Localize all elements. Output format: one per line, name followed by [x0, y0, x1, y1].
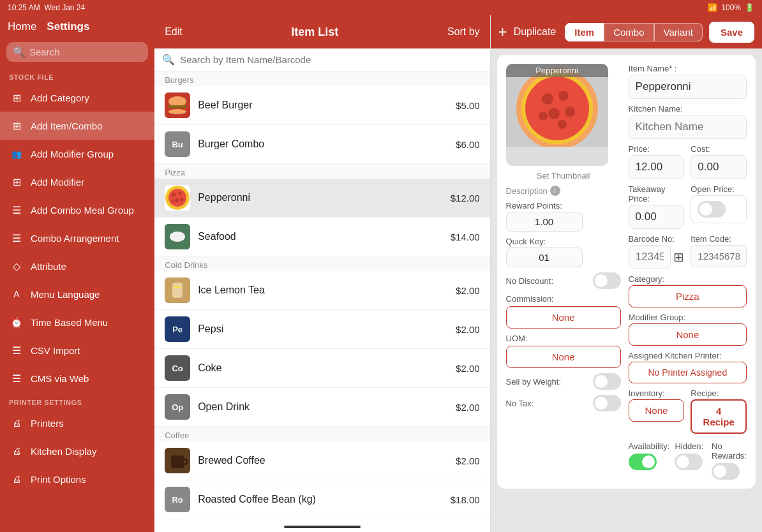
item-thumbnail: Pe	[165, 316, 190, 342]
inventory-button[interactable]: None	[629, 399, 685, 422]
item-list-panel: Edit Item List Sort by 🔍 Burgers	[154, 15, 490, 532]
inventory-group: Inventory: None	[629, 388, 685, 434]
bottom-toggles: Availability: Hidden: No Rewards:	[629, 441, 747, 480]
sidebar-item-label: Menu Language	[31, 289, 100, 300]
uom-button[interactable]: None	[506, 346, 621, 368]
reward-points-group: Reward Points:	[506, 201, 621, 232]
quick-key-input[interactable]	[506, 248, 583, 267]
list-item[interactable]: Seafood $14.00	[154, 218, 489, 256]
svg-point-24	[548, 108, 560, 119]
sidebar-item-attribute[interactable]: ◇ Attribute	[0, 252, 154, 280]
tab-item[interactable]: Item	[565, 23, 604, 41]
sidebar-item-label: Attribute	[31, 261, 66, 272]
save-button[interactable]: Save	[709, 22, 754, 43]
list-item[interactable]: Beef Burger $5.00	[154, 86, 489, 125]
reward-points-input[interactable]	[506, 212, 583, 232]
item-name: Burger Combo	[198, 138, 448, 150]
add-modifier-icon: ⊞	[9, 174, 24, 189]
sidebar-item-csv-import[interactable]: ☰ CSV Import	[0, 336, 154, 364]
item-name-input[interactable]	[629, 75, 747, 99]
cost-label: Cost:	[691, 144, 747, 154]
category-group: Category: Pizza	[629, 274, 747, 307]
item-code-input[interactable]	[691, 245, 747, 267]
duplicate-button[interactable]: Duplicate	[514, 26, 557, 38]
commission-button[interactable]: None	[506, 306, 621, 329]
sidebar-item-printers[interactable]: 🖨 Printers	[0, 409, 154, 437]
no-discount-toggle[interactable]	[593, 272, 621, 289]
sidebar-item-menu-language[interactable]: A Menu Language	[0, 280, 154, 308]
sidebar-search-input[interactable]	[29, 47, 142, 57]
list-item[interactable]: Ice Lemon Tea $2.00	[154, 271, 489, 310]
list-item[interactable]: Pe Pepsi $2.00	[154, 310, 489, 349]
item-search-input[interactable]	[180, 54, 482, 65]
sidebar-item-add-category[interactable]: ⊞ Add Category	[0, 84, 154, 112]
barcode-scan-icon[interactable]: ⊞	[673, 249, 684, 265]
item-thumbnail-wrapper[interactable]: Pepperonni	[506, 64, 608, 166]
price-cost-row: Price: Cost:	[629, 144, 747, 179]
sidebar-search-container[interactable]: 🔍	[6, 42, 148, 62]
sidebar-item-add-modifier-group[interactable]: 👥 Add Modifier Group	[0, 140, 154, 168]
settings-link[interactable]: Settings	[47, 20, 89, 33]
sidebar-item-kitchen-display[interactable]: 🖨 Kitchen Display	[0, 437, 154, 465]
item-thumbnail	[165, 277, 190, 303]
svg-point-4	[168, 109, 186, 114]
cost-input[interactable]	[691, 155, 747, 179]
sidebar-item-label: Print Options	[31, 474, 86, 485]
barcode-input[interactable]	[629, 245, 671, 269]
no-rewards-toggle[interactable]	[712, 463, 740, 480]
edit-button[interactable]: Edit	[165, 26, 183, 38]
item-price: $14.00	[451, 232, 480, 242]
list-item[interactable]: La Latte $5.00	[154, 519, 489, 522]
list-item[interactable]: Pepperonni $12.00	[154, 179, 489, 218]
category-button[interactable]: Pizza	[629, 285, 747, 307]
ice-lemon-tea-icon	[165, 277, 190, 303]
list-item[interactable]: Bu Burger Combo $6.00	[154, 125, 489, 164]
commission-label: Commission:	[506, 294, 621, 304]
sidebar-item-label: Kitchen Display	[31, 446, 96, 457]
item-thumbnail	[165, 185, 190, 211]
item-name: Roasted Coffee Bean (kg)	[198, 494, 443, 505]
availability-toggle[interactable]	[629, 454, 657, 470]
no-tax-toggle[interactable]	[593, 395, 621, 411]
item-price: $12.00	[451, 193, 480, 203]
sidebar-item-add-item-combo[interactable]: ⊞ Add Item/Combo	[0, 112, 154, 140]
no-tax-label: No Tax:	[506, 399, 534, 408]
tab-combo[interactable]: Combo	[604, 23, 654, 41]
sidebar-item-combo-arrangement[interactable]: ☰ Combo Arrangement	[0, 224, 154, 252]
sidebar-item-add-modifier[interactable]: ⊞ Add Modifier	[0, 168, 154, 196]
sidebar-item-print-options[interactable]: 🖨 Print Options	[0, 465, 154, 493]
sidebar-item-label: Add Modifier	[31, 177, 84, 188]
recipe-button[interactable]: 4 Recipe	[691, 399, 747, 434]
list-item[interactable]: Brewed Coffee $2.00	[154, 441, 489, 480]
tab-variant[interactable]: Variant	[654, 23, 703, 41]
hidden-toggle[interactable]	[675, 454, 703, 470]
description-label: Description	[506, 186, 548, 196]
item-name: Pepsi	[198, 323, 448, 335]
open-price-toggle[interactable]	[698, 201, 726, 218]
list-item[interactable]: Op Open Drink $2.00	[154, 388, 489, 427]
list-item[interactable]: Co Coke $2.00	[154, 349, 489, 388]
home-link[interactable]: Home	[8, 20, 36, 33]
sidebar-nav: STOCK FILE ⊞ Add Category ⊞ Add Item/Com…	[0, 67, 154, 532]
svg-point-27	[558, 120, 567, 129]
takeaway-price-input[interactable]	[629, 205, 685, 229]
add-combo-meal-group-icon: ☰	[9, 202, 24, 218]
sidebar-item-time-based-menu[interactable]: ⏰ Time Based Menu	[0, 308, 154, 336]
set-thumbnail-button[interactable]: Set Thumbnail	[506, 171, 621, 181]
sidebar-item-add-combo-meal-group[interactable]: ☰ Add Combo Meal Group	[0, 196, 154, 224]
add-button[interactable]: +	[498, 23, 507, 41]
list-item[interactable]: Ro Roasted Coffee Bean (kg) $18.00	[154, 480, 489, 519]
search-icon: 🔍	[162, 54, 175, 66]
add-modifier-group-icon: 👥	[9, 146, 24, 161]
kitchen-name-label: Kitchen Name:	[629, 104, 747, 114]
barcode-itemcode-row: Barcode No: ⊞ Item Code:	[629, 234, 747, 269]
item-name: Coke	[198, 362, 448, 374]
sort-by-button[interactable]: Sort by	[447, 26, 480, 38]
price-input[interactable]	[629, 155, 685, 179]
sell-by-weight-toggle[interactable]	[593, 373, 621, 390]
sidebar-item-cms-via-web[interactable]: ☰ CMS via Web	[0, 364, 154, 392]
assigned-printer-button[interactable]: No Printer Assigned	[629, 362, 747, 383]
modifier-group-button[interactable]: None	[629, 323, 747, 346]
kitchen-name-input[interactable]	[629, 115, 747, 139]
item-list-search[interactable]: 🔍	[154, 48, 489, 71]
